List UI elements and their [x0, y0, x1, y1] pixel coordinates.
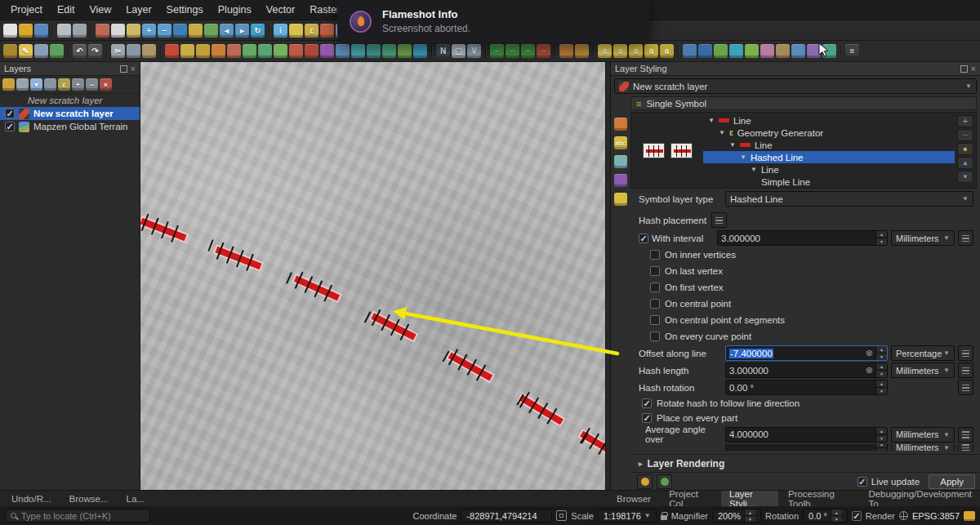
remove-symbol-layer-button[interactable]: −	[957, 129, 973, 141]
layout-manager-icon[interactable]	[73, 24, 87, 38]
spinner-arrows[interactable]: ▲▼	[875, 231, 887, 245]
mesh-calculator-icon[interactable]	[822, 44, 836, 58]
spinner-arrows[interactable]: ▲▼	[875, 363, 887, 377]
show-hide-labels-icon[interactable]: a	[660, 44, 674, 58]
expand-arrow-icon[interactable]: ▼	[708, 117, 715, 124]
topology-checker-icon[interactable]	[807, 44, 821, 58]
merge-attributes-icon[interactable]	[398, 44, 412, 58]
placement-checkbox[interactable]	[650, 283, 660, 292]
symbol-tree-item[interactable]: ▼Line	[703, 114, 955, 127]
clipped-unit-select[interactable]: Millimeters ▼	[891, 444, 955, 451]
filter-legend-icon[interactable]	[44, 78, 56, 91]
menu-item-edit[interactable]: Edit	[50, 0, 82, 20]
layer-item[interactable]: Mapzen Global Terrain	[0, 120, 140, 133]
spinner-arrows[interactable]: ▲▼	[831, 509, 842, 522]
redo-icon[interactable]: ↷	[88, 44, 102, 58]
clear-value-icon[interactable]: ⊗	[866, 348, 873, 358]
merge-features-icon[interactable]	[382, 44, 396, 58]
duplicate-symbol-layer-button[interactable]: ■	[957, 143, 973, 155]
rotate-point-symbols-icon[interactable]	[559, 44, 573, 58]
zoom-to-selection-icon[interactable]	[189, 24, 203, 38]
interval-unit-select[interactable]: Millimeters ▼	[891, 230, 955, 246]
clipped-input[interactable]: ▲▼	[725, 444, 888, 451]
new-print-layout-icon[interactable]	[57, 24, 71, 38]
hash-length-unit-select[interactable]: Millimeters ▼	[891, 363, 955, 378]
close-panel-icon[interactable]: ×	[131, 65, 136, 73]
symbol-tree-item[interactable]: ▼Line	[703, 139, 955, 151]
symbol-preview-thumb[interactable]	[643, 143, 665, 158]
deselect-features-icon[interactable]	[320, 24, 334, 38]
labels-tab-icon[interactable]: abc	[614, 136, 627, 149]
zoom-last-icon[interactable]: ◂	[220, 24, 234, 38]
pin-labels-icon[interactable]: a	[629, 44, 643, 58]
symbol-tree-item[interactable]: Simple Line	[703, 176, 955, 188]
zoom-out-icon[interactable]: −	[158, 24, 172, 38]
dock-tab-browse-[interactable]: Browse...	[61, 491, 117, 507]
dock-tab-processing-toolb-[interactable]: Processing Toolb...	[780, 491, 858, 507]
offset-point-symbols-icon[interactable]	[575, 44, 589, 58]
expand-arrow-icon[interactable]: ▼	[740, 153, 746, 161]
symbol-tree-item[interactable]: ▼Hashed Line	[703, 151, 955, 163]
split-features-icon[interactable]	[351, 44, 365, 58]
history-tab-icon[interactable]	[614, 193, 627, 206]
digitize-with-segment-icon[interactable]	[50, 44, 64, 58]
placement-option-row[interactable]: On every curve point	[650, 328, 980, 345]
expand-all-icon[interactable]: +	[72, 78, 84, 91]
symbology-tab-icon[interactable]	[614, 118, 627, 131]
toolbar-overflow-icon[interactable]: ≡	[845, 44, 859, 58]
vertex-tool-all-layers-icon[interactable]: ··	[490, 44, 504, 58]
spinner-arrows[interactable]: ▲▼	[875, 380, 887, 394]
view-3d-tab-icon[interactable]	[614, 174, 627, 187]
vertex-editor-panel-icon[interactable]: ··	[521, 44, 535, 58]
delete-part-icon[interactable]	[305, 44, 318, 58]
refresh-map-icon[interactable]: ↻	[251, 24, 265, 38]
statistical-summary-icon[interactable]: N	[436, 44, 450, 58]
move-layer-up-button[interactable]: ▲	[957, 157, 973, 169]
manage-map-themes-icon[interactable]: ▾	[30, 78, 42, 91]
remove-layer-icon[interactable]: ×	[100, 78, 112, 91]
rotate-hash-row[interactable]: Rotate hash to follow line direction	[642, 396, 980, 411]
highlight-pinned-labels-icon[interactable]: a	[644, 44, 658, 58]
add-symbol-layer-button[interactable]: +	[957, 115, 973, 127]
place-every-part-row[interactable]: Place on every part	[642, 411, 980, 425]
expand-arrow-icon[interactable]: ▼	[729, 141, 736, 149]
symbol-mode-select[interactable]: ≡ Single Symbol	[630, 96, 977, 110]
placement-checkbox[interactable]	[650, 266, 660, 276]
data-defined-override-button[interactable]	[958, 380, 973, 395]
layer-item[interactable]: New scratch layer	[0, 107, 140, 120]
average-angle-input[interactable]: 4.000000 ▲▼	[725, 427, 888, 443]
data-defined-override-button[interactable]	[958, 230, 973, 246]
processing-toolbox-icon[interactable]	[683, 44, 697, 58]
menu-item-project[interactable]: Project	[3, 0, 50, 20]
extents-icon[interactable]	[556, 510, 567, 521]
crs-button[interactable]: EPSG:3857	[912, 511, 960, 521]
data-defined-override-button[interactable]	[958, 427, 973, 443]
placement-option-row[interactable]: On central point of segments	[650, 312, 980, 328]
delete-selected-icon[interactable]	[165, 44, 179, 58]
layer-labeling-icon[interactable]: a	[598, 44, 612, 58]
grass-tools-icon[interactable]	[714, 44, 728, 58]
vertex-tool-active-layer-icon[interactable]: ··	[506, 44, 519, 58]
dock-tab-browser[interactable]: Browser	[608, 491, 659, 507]
cut-features-icon[interactable]: ✂	[111, 44, 125, 58]
spinner-arrows[interactable]: ▲▼	[875, 428, 887, 442]
rotate-feature-icon[interactable]	[212, 44, 225, 58]
new-project-icon[interactable]	[3, 24, 17, 38]
metasearch-icon[interactable]	[729, 44, 743, 58]
with-interval-checkbox[interactable]	[639, 234, 648, 243]
select-by-polygon-icon[interactable]: ▢	[452, 44, 466, 58]
dock-tab-project-col-[interactable]: Project Col...	[661, 491, 719, 507]
placement-option-row[interactable]: On first vertex	[650, 279, 980, 296]
zoom-to-layer-icon[interactable]	[204, 24, 218, 38]
live-update-checkbox[interactable]	[858, 477, 867, 487]
add-part-icon[interactable]	[258, 44, 272, 58]
mask-tab-icon[interactable]	[614, 155, 627, 168]
fill-ring-icon[interactable]	[274, 44, 287, 58]
toggle-editing-icon[interactable]: ✎	[19, 44, 33, 58]
place-every-part-checkbox[interactable]	[642, 413, 652, 423]
delete-ring-icon[interactable]	[289, 44, 303, 58]
zoom-next-icon[interactable]: ▸	[235, 24, 249, 38]
placement-option-row[interactable]: On inner vertices	[650, 247, 980, 263]
symbol-layer-type-select[interactable]: Hashed Line ▼	[725, 191, 973, 207]
render-checkbox[interactable]	[852, 511, 862, 521]
